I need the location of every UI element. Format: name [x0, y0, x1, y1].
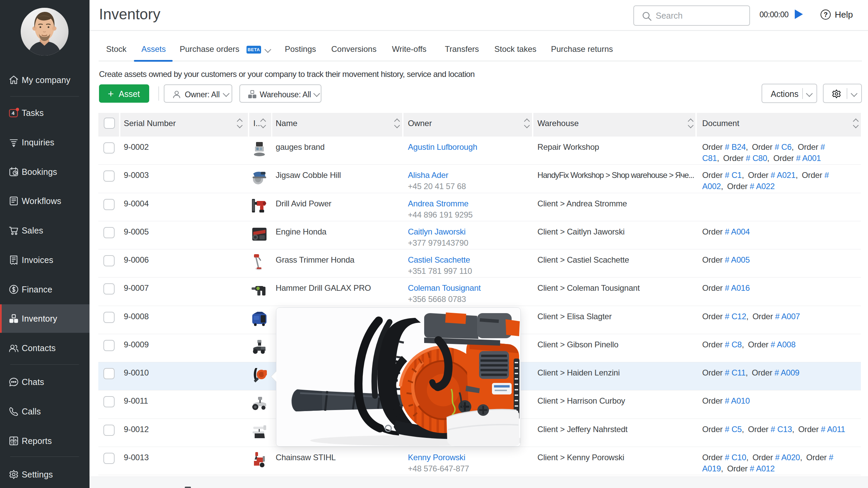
- svg-text:4: 4: [12, 110, 15, 116]
